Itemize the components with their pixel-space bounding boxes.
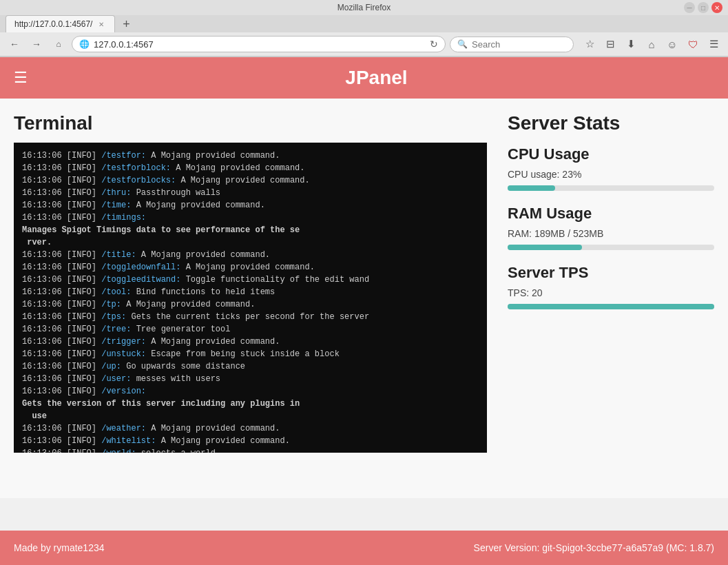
tps-progress-fill (508, 304, 714, 309)
address-bar: 🌐 ↻ (72, 36, 446, 52)
menu-button[interactable]: ☰ (705, 35, 722, 53)
back-button[interactable]: ← (6, 35, 23, 53)
terminal-line: Gets the version of this server includin… (22, 398, 479, 422)
ram-progress-fill (508, 245, 582, 250)
browser-tab[interactable]: http://127.0.0.1:4567/ ✕ (6, 15, 115, 32)
app-title: JPanel (39, 67, 714, 89)
toolbar-icons: ☆ ⊟ ⬇ ⌂ ☺ 🛡 ☰ (581, 35, 722, 53)
terminal-section: Terminal 16:13:06 [INFO] /testfor: A Moj… (14, 112, 487, 484)
terminal-line: 16:13:06 [INFO] /testfor: A Mojang provi… (22, 150, 479, 162)
extension-button[interactable]: 🛡 (684, 35, 702, 53)
title-bar: Mozilla Firefox ─ □ ✕ (0, 0, 728, 15)
browser-chrome: Mozilla Firefox ─ □ ✕ http://127.0.0.1:4… (0, 0, 728, 57)
main-content: Terminal 16:13:06 [INFO] /testfor: A Moj… (0, 99, 728, 498)
terminal-line: 16:13:06 [INFO] /world: selects a world (22, 447, 479, 453)
search-bar: 🔍 (450, 37, 574, 52)
bookmark-star-button[interactable]: ☆ (581, 35, 599, 53)
tps-stat-block: Server TPS TPS: 20 (508, 264, 714, 309)
terminal-line: 16:13:06 [INFO] /time: A Mojang provided… (22, 199, 479, 212)
tab-label: http://127.0.0.1:4567/ (14, 19, 92, 29)
stats-title: Server Stats (508, 112, 714, 134)
terminal-line: Manages Spigot Timings data to see perfo… (22, 224, 479, 249)
cpu-progress-fill (508, 185, 555, 191)
cpu-label: CPU Usage (508, 145, 714, 163)
terminal-window[interactable]: 16:13:06 [INFO] /testfor: A Mojang provi… (14, 143, 487, 453)
terminal-line: 16:13:06 [INFO] /trigger: A Mojang provi… (22, 336, 479, 348)
cpu-progress-bg (508, 185, 714, 191)
footer-credit: Made by rymate1234 (14, 542, 105, 553)
cpu-value: CPU usage: 23% (508, 169, 714, 180)
app-footer: Made by rymate1234 Server Version: git-S… (0, 531, 728, 565)
terminal-line: 16:13:06 [INFO] /timings: (22, 212, 479, 224)
nav-bar: ← → ⌂ 🌐 ↻ 🔍 ☆ ⊟ ⬇ ⌂ ☺ 🛡 ☰ (0, 32, 728, 56)
footer-version: Server Version: git-Spigot-3ccbe77-a6a57… (474, 542, 714, 553)
terminal-line: 16:13:06 [INFO] /weather: A Mojang provi… (22, 422, 479, 435)
tab-close-button[interactable]: ✕ (96, 19, 106, 29)
stats-section: Server Stats CPU Usage CPU usage: 23% RA… (508, 112, 714, 484)
terminal-line: 16:13:06 [INFO] /whitelist: A Mojang pro… (22, 435, 479, 447)
terminal-line: 16:13:06 [INFO] /tp: A Mojang provided c… (22, 298, 479, 311)
tps-progress-bg (508, 304, 714, 309)
download-button[interactable]: ⬇ (622, 35, 640, 53)
terminal-line: 16:13:06 [INFO] /title: A Mojang provide… (22, 249, 479, 261)
terminal-line: 16:13:06 [INFO] /testforblock: A Mojang … (22, 162, 479, 174)
tab-bar: http://127.0.0.1:4567/ ✕ + (0, 15, 728, 32)
forward-button[interactable]: → (28, 35, 45, 53)
terminal-line: 16:13:06 [INFO] /version: (22, 385, 479, 398)
restore-button[interactable]: □ (698, 2, 709, 13)
ram-label: RAM Usage (508, 205, 714, 223)
tps-value: TPS: 20 (508, 287, 714, 298)
ram-stat-block: RAM Usage RAM: 189MB / 523MB (508, 205, 714, 250)
terminal-line: 16:13:06 [INFO] /tree: Tree generator to… (22, 323, 479, 336)
search-input[interactable] (472, 39, 554, 50)
terminal-line: 16:13:06 [INFO] /tps: Gets the current t… (22, 311, 479, 323)
bookmarks-button[interactable]: ⊟ (601, 35, 619, 53)
terminal-title: Terminal (14, 112, 487, 134)
cpu-stat-block: CPU Usage CPU usage: 23% (508, 145, 714, 191)
search-icon: 🔍 (457, 39, 468, 49)
terminal-line: 16:13:06 [INFO] /user: messes with users (22, 373, 479, 385)
terminal-line: 16:13:06 [INFO] /toggleeditwand: Toggle … (22, 274, 479, 286)
terminal-line: 16:13:06 [INFO] /thru: Passthrough walls (22, 187, 479, 199)
terminal-line: 16:13:06 [INFO] /toggledownfall: A Mojan… (22, 261, 479, 274)
terminal-line: 16:13:06 [INFO] /tool: Bind functions to… (22, 286, 479, 298)
home-toolbar-button[interactable]: ⌂ (643, 35, 661, 53)
close-button[interactable]: ✕ (711, 2, 722, 13)
terminal-line: 16:13:06 [INFO] /testforblocks: A Mojang… (22, 174, 479, 187)
app-header: ☰ JPanel (0, 57, 728, 99)
refresh-button[interactable]: ↻ (430, 39, 438, 50)
lock-icon: 🌐 (79, 39, 90, 49)
minimize-button[interactable]: ─ (684, 2, 695, 13)
tps-label: Server TPS (508, 264, 714, 282)
new-tab-button[interactable]: + (118, 16, 134, 32)
terminal-line: 16:13:06 [INFO] /up: Go upwards some dis… (22, 360, 479, 373)
terminal-line: 16:13:06 [INFO] /unstuck: Escape from be… (22, 348, 479, 360)
browser-title: Mozilla Firefox (337, 3, 391, 12)
home-button[interactable]: ⌂ (50, 35, 67, 53)
window-controls: ─ □ ✕ (684, 2, 722, 13)
profile-button[interactable]: ☺ (663, 35, 681, 53)
ram-value: RAM: 189MB / 523MB (508, 228, 714, 239)
ram-progress-bg (508, 245, 714, 250)
address-input[interactable] (94, 39, 426, 50)
hamburger-menu-button[interactable]: ☰ (14, 69, 28, 87)
